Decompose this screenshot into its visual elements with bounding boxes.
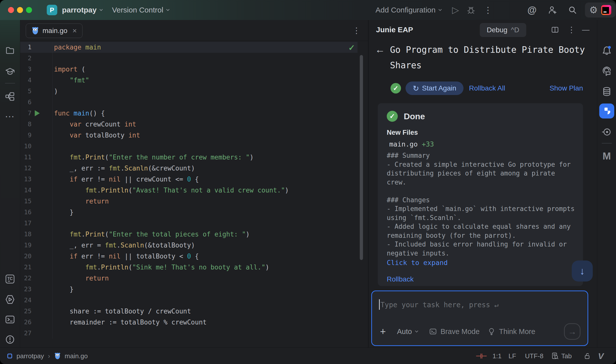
code-line-11[interactable]: 11 fmt.Print("Enter the number of crew m… xyxy=(20,152,368,163)
indent-widget[interactable]: Tab xyxy=(551,348,572,364)
scroll-to-bottom-button[interactable]: ↓ xyxy=(572,260,593,282)
split-panel-button[interactable] xyxy=(551,20,565,40)
code-line-24[interactable]: 24 xyxy=(20,295,368,306)
gutter[interactable]: 27 xyxy=(20,328,53,339)
code-line-23[interactable]: 23 } xyxy=(20,284,368,295)
code-line-12[interactable]: 12 _, err := fmt.Scanln(&crewCount) xyxy=(20,163,368,174)
run-gutter-icon[interactable] xyxy=(35,110,40,116)
show-plan-link[interactable]: Show Plan xyxy=(550,84,583,92)
terminal-tool-button[interactable] xyxy=(0,312,20,326)
commit-checks-button[interactable] xyxy=(597,125,616,139)
gutter[interactable]: 23 xyxy=(20,284,53,295)
code-line-4[interactable]: 4 "fmt" xyxy=(20,75,368,86)
notifications-button[interactable] xyxy=(597,44,616,58)
gutter[interactable]: 21 xyxy=(20,262,53,273)
search-everywhere-button[interactable] xyxy=(566,0,578,20)
gutter[interactable]: 22 xyxy=(20,273,53,284)
rollback-all-link[interactable]: Rollback All xyxy=(469,84,505,92)
more-actions-menu[interactable]: ⋮ xyxy=(482,0,494,20)
code-line-22[interactable]: 22 return xyxy=(20,273,368,284)
back-button[interactable]: ← xyxy=(375,44,385,55)
expand-link[interactable]: Click to expand xyxy=(387,259,448,266)
line-ending-widget[interactable]: LF xyxy=(508,348,516,364)
task-input-box[interactable]: Type your task here, press ↵ + Auto Brav… xyxy=(371,290,588,346)
gutter[interactable]: 26 xyxy=(20,317,53,328)
breadcrumb-file[interactable]: main.go xyxy=(65,352,88,360)
gutter[interactable]: 7 xyxy=(20,108,53,119)
database-tool-button[interactable] xyxy=(597,84,616,98)
gutter[interactable]: 18 xyxy=(20,229,53,240)
minimize-window-button[interactable] xyxy=(17,7,23,13)
code-line-14[interactable]: 14 fmt.Println("Avast! That's not a vali… xyxy=(20,185,368,196)
close-tab-icon[interactable]: × xyxy=(72,26,77,35)
junie-debug-button[interactable]: Debug ^D xyxy=(480,23,526,37)
think-more-toggle[interactable]: Think More xyxy=(488,323,535,340)
gutter[interactable]: 8 xyxy=(20,119,53,130)
gutter[interactable]: 24 xyxy=(20,295,53,306)
gutter[interactable]: 9 xyxy=(20,130,53,141)
code-line-1[interactable]: 1package main xyxy=(20,42,358,53)
rollback-link[interactable]: Rollback xyxy=(387,275,414,283)
gutter[interactable]: 17 xyxy=(20,218,53,229)
learn-tool-button[interactable] xyxy=(0,64,20,78)
markdown-tool-button[interactable]: M xyxy=(597,149,616,163)
encoding-widget[interactable]: UTF-8 xyxy=(525,348,544,364)
project-tool-button[interactable] xyxy=(0,44,20,58)
code-line-15[interactable]: 15 return xyxy=(20,196,368,207)
code-line-18[interactable]: 18 fmt.Print("Enter the total pieces of … xyxy=(20,229,368,240)
run-button[interactable]: ▷ xyxy=(450,0,461,20)
project-menu[interactable]: parrotpay xyxy=(62,0,102,20)
brave-mode-toggle[interactable]: Brave Mode xyxy=(429,323,480,340)
gutter[interactable]: 19 xyxy=(20,240,53,251)
editor-scrollbar[interactable] xyxy=(360,55,363,260)
version-control-menu[interactable]: Version Control xyxy=(112,0,169,20)
code-line-5[interactable]: 5) xyxy=(20,86,368,97)
code-line-21[interactable]: 21 fmt.Println("Sink me! That's no booty… xyxy=(20,262,368,273)
gutter[interactable]: 5 xyxy=(20,86,53,97)
editor-options-menu[interactable]: ⋮ xyxy=(352,20,360,41)
gutter[interactable]: 1 xyxy=(20,42,53,53)
inspections-passed-icon[interactable]: ✓ xyxy=(348,43,355,52)
code-with-me-button[interactable] xyxy=(546,0,558,20)
gutter[interactable]: 20 xyxy=(20,251,53,262)
attach-button[interactable]: + xyxy=(380,323,386,340)
code-line-7[interactable]: 7func main() { xyxy=(20,108,368,119)
code-line-10[interactable]: 10 xyxy=(20,141,368,152)
start-again-button[interactable]: ↻ Start Again xyxy=(406,82,464,95)
mode-selector[interactable]: Auto xyxy=(397,323,418,340)
code-line-8[interactable]: 8 var crewCount int xyxy=(20,119,368,130)
code-line-13[interactable]: 13 if err != nil || crewCount <= 0 { xyxy=(20,174,368,185)
more-tool-windows-button[interactable]: … xyxy=(0,109,20,123)
caret-position-widget[interactable]: 1:1 xyxy=(492,348,502,364)
code-line-3[interactable]: 3import ( xyxy=(20,64,368,75)
changed-file-row[interactable]: main.go +33 xyxy=(389,140,434,148)
jetbrains-logo[interactable] xyxy=(601,5,611,15)
breadcrumb-project[interactable]: parrotpay xyxy=(16,352,44,360)
code-line-16[interactable]: 16 } xyxy=(20,207,368,218)
code-line-2[interactable]: 2 xyxy=(20,53,368,64)
ai-assistant-button[interactable]: @ xyxy=(526,0,538,20)
gutter[interactable]: 16 xyxy=(20,207,53,218)
result-card[interactable]: ✓ Done New Files main.go +33 ### Summary… xyxy=(378,103,583,286)
structure-tool-button[interactable] xyxy=(0,90,20,104)
run-configuration-selector[interactable]: Add Configuration xyxy=(376,0,441,20)
teamcity-tool-button[interactable]: TC xyxy=(0,272,20,286)
hide-panel-button[interactable]: — xyxy=(582,20,594,40)
margin-indicator[interactable]: ⊣⊢ xyxy=(476,348,487,364)
code-line-27[interactable]: 27 xyxy=(20,328,368,339)
problems-tool-button[interactable] xyxy=(0,332,20,346)
junie-tool-button-active[interactable] xyxy=(599,104,614,118)
code-area[interactable]: 1package main23import (4 "fmt"5)67func m… xyxy=(20,41,368,347)
gutter[interactable]: 6 xyxy=(20,97,53,108)
gutter[interactable]: 4 xyxy=(20,75,53,86)
code-line-26[interactable]: 26 remainder := totalBooty % crewCount xyxy=(20,317,368,328)
gutter[interactable]: 25 xyxy=(20,306,53,317)
code-line-9[interactable]: 9 var totalBooty int xyxy=(20,130,368,141)
gutter[interactable]: 11 xyxy=(20,152,53,163)
gutter[interactable]: 13 xyxy=(20,174,53,185)
services-tool-button[interactable] xyxy=(0,292,20,306)
code-line-25[interactable]: 25 share := totalBooty / crewCount xyxy=(20,306,368,317)
gutter[interactable]: 2 xyxy=(20,53,53,64)
gutter[interactable]: 14 xyxy=(20,185,53,196)
code-line-17[interactable]: 17 xyxy=(20,218,368,229)
